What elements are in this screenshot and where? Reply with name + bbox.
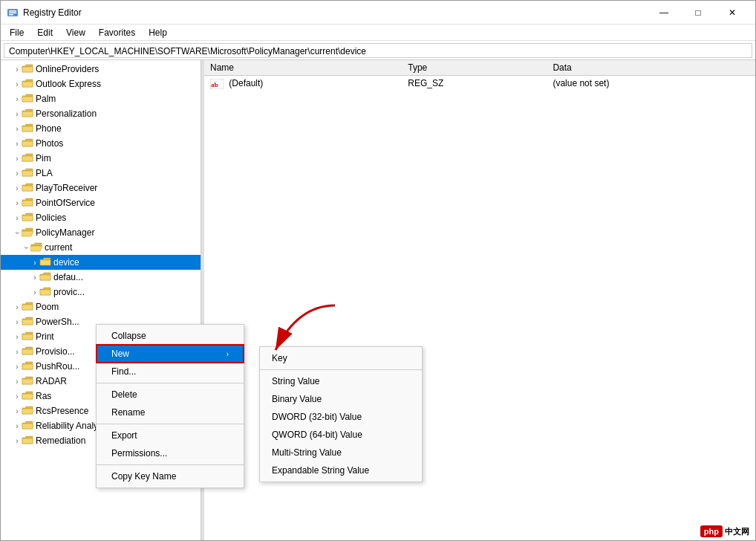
submenu-dword[interactable]: DWORD (32-bit) Value: [260, 408, 422, 426]
tree-item-default[interactable]: › defau...: [1, 270, 201, 285]
submenu-binary[interactable]: Binary Value: [260, 390, 422, 408]
ctx-find-label: Find...: [111, 366, 136, 377]
svg-rect-3: [9, 14, 13, 16]
ctx-delete-label: Delete: [111, 389, 137, 400]
folder-icon: [22, 198, 33, 208]
tree-item-pla[interactable]: › PLA: [1, 166, 201, 181]
tree-item-phone[interactable]: › Phone: [1, 121, 201, 136]
tree-item-provic[interactable]: › provic...: [1, 285, 201, 299]
title-bar-left: Registry Editor: [7, 7, 82, 19]
menu-file[interactable]: File: [4, 26, 30, 39]
tree-label: provic...: [53, 287, 85, 297]
svg-rect-1: [9, 10, 16, 12]
menu-favorites[interactable]: Favorites: [93, 26, 141, 39]
ctx-separator-1: [97, 383, 244, 383]
menu-bar: File Edit View Favorites Help: [1, 25, 755, 41]
tree-item-policies[interactable]: › Policies: [1, 210, 201, 225]
submenu-key[interactable]: Key: [260, 349, 422, 367]
ctx-delete[interactable]: Delete: [97, 386, 244, 404]
folder-icon: [22, 168, 33, 178]
col-name: Name: [204, 60, 402, 76]
tree-item-onlineproviders[interactable]: › OnlineProviders: [1, 62, 201, 77]
tree-item-poom[interactable]: › Poom: [1, 299, 201, 314]
folder-icon: [22, 406, 33, 416]
tree-item-pointofservice[interactable]: › PointOfService: [1, 195, 201, 210]
registry-editor-window: Registry Editor — □ ✕ File Edit View Fav…: [0, 0, 756, 541]
folder-icon: [22, 79, 33, 89]
tree-item-photos[interactable]: › Photos: [1, 136, 201, 151]
ctx-copy-key[interactable]: Copy Key Name: [97, 467, 244, 485]
folder-icon: [22, 346, 33, 357]
submenu-multistring-label: Multi-String Value: [272, 447, 342, 458]
tree-label: Policies: [36, 213, 66, 223]
ctx-permissions[interactable]: Permissions...: [97, 444, 244, 462]
tree-label: Poom: [36, 302, 59, 312]
minimize-button[interactable]: —: [647, 1, 681, 25]
folder-icon: [22, 138, 33, 149]
menu-view[interactable]: View: [60, 26, 91, 39]
tree-label: OnlineProviders: [36, 64, 99, 74]
ctx-new[interactable]: New ›: [97, 345, 244, 363]
address-bar: Computer\HKEY_LOCAL_MACHINE\SOFTWARE\Mic…: [1, 41, 755, 60]
tree-label: Print: [36, 331, 54, 342]
folder-icon: [22, 376, 33, 386]
menu-help[interactable]: Help: [143, 26, 173, 39]
folder-icon: [22, 123, 33, 134]
tree-item-playtoreceiver[interactable]: › PlayToReceiver: [1, 181, 201, 195]
submenu-key-label: Key: [272, 353, 287, 363]
folder-icon: [22, 64, 33, 74]
submenu-multistring[interactable]: Multi-String Value: [260, 444, 422, 461]
folder-icon: [22, 435, 33, 446]
tree-label: PowerSh...: [36, 317, 79, 327]
col-data: Data: [547, 60, 755, 76]
watermark: php 中文网: [700, 525, 749, 537]
submenu[interactable]: Key String Value Binary Value DWORD (32-…: [259, 346, 423, 482]
submenu-expandable[interactable]: Expandable String Value: [260, 461, 422, 479]
ctx-rename[interactable]: Rename: [97, 404, 244, 421]
title-bar: Registry Editor — □ ✕: [1, 1, 755, 25]
tree-label: PolicyManager: [36, 227, 94, 238]
submenu-dword-label: DWORD (32-bit) Value: [272, 412, 362, 422]
close-button[interactable]: ✕: [715, 1, 749, 25]
folder-icon: [22, 317, 33, 327]
folder-open-icon: [30, 242, 42, 253]
ctx-export[interactable]: Export: [97, 427, 244, 444]
tree-item-device[interactable]: › device: [1, 255, 201, 270]
ctx-new-label: New: [111, 349, 129, 359]
ctx-new-arrow: ›: [227, 350, 229, 358]
submenu-qword[interactable]: QWORD (64-bit) Value: [260, 426, 422, 444]
tree-item-personalization[interactable]: › Personalization: [1, 106, 201, 121]
table-row[interactable]: ab (Default) REG_SZ (value not set): [204, 76, 755, 91]
menu-edit[interactable]: Edit: [31, 26, 59, 39]
submenu-binary-label: Binary Value: [272, 394, 322, 404]
tree-label: Outlook Express: [36, 79, 101, 89]
submenu-sep-1: [260, 369, 422, 370]
col-type: Type: [402, 60, 547, 76]
reg-type: REG_SZ: [402, 76, 547, 91]
tree-label: Pim: [36, 153, 51, 163]
tree-item-pim[interactable]: › Pim: [1, 151, 201, 166]
folder-icon: [22, 331, 33, 342]
svg-rect-2: [9, 12, 16, 13]
reg-name: (Default): [229, 78, 263, 88]
tree-item-current[interactable]: › current: [1, 240, 201, 255]
context-menu[interactable]: Collapse New › Find... Delete Rename Exp…: [96, 324, 244, 488]
submenu-string[interactable]: String Value: [260, 372, 422, 390]
tree-item-palm[interactable]: › Palm: [1, 91, 201, 106]
ctx-collapse[interactable]: Collapse: [97, 327, 244, 345]
tree-item-outlookexpress[interactable]: › Outlook Express: [1, 77, 201, 91]
ctx-find[interactable]: Find...: [97, 363, 244, 380]
tree-item-policymanager[interactable]: › PolicyManager: [1, 225, 201, 240]
ctx-collapse-label: Collapse: [111, 331, 146, 341]
ab-icon: ab: [210, 79, 224, 89]
submenu-qword-label: QWORD (64-bit) Value: [272, 430, 362, 440]
maximize-button[interactable]: □: [681, 1, 715, 25]
title-bar-controls: — □ ✕: [647, 1, 749, 25]
ctx-separator-2: [97, 424, 244, 424]
tree-label: RADAR: [36, 376, 67, 386]
reg-data: (value not set): [547, 76, 755, 91]
tree-label: defau...: [53, 272, 83, 282]
address-path[interactable]: Computer\HKEY_LOCAL_MACHINE\SOFTWARE\Mic…: [4, 43, 752, 58]
folder-icon: [39, 257, 51, 268]
svg-text:ab: ab: [211, 81, 218, 88]
